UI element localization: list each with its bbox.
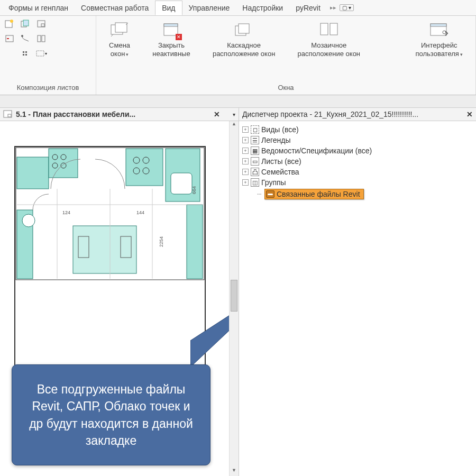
svg-rect-21 bbox=[321, 23, 328, 35]
tab-addins[interactable]: Надстройки bbox=[236, 1, 289, 15]
svg-rect-35 bbox=[187, 205, 203, 279]
matchline-icon[interactable] bbox=[35, 33, 48, 44]
svg-rect-20 bbox=[239, 24, 249, 33]
panel-windows: Сменаокон ✕ Закрытьнеактивные Каскадноер… bbox=[96, 16, 476, 95]
svg-rect-5 bbox=[41, 24, 44, 26]
tree-node-views[interactable]: +◻Виды (все) bbox=[241, 124, 474, 135]
revision-icon[interactable] bbox=[3, 33, 16, 44]
legend-icon: ☰ bbox=[251, 136, 259, 144]
view-pane: 5.1 - План расстановки мебели... ✕ ▾ bbox=[0, 108, 239, 476]
close-inactive-icon: ✕ bbox=[162, 20, 181, 39]
svg-rect-11 bbox=[25, 51, 27, 53]
duplicate-sheet-icon[interactable] bbox=[19, 18, 32, 30]
tab-forms[interactable]: Формы и генплан bbox=[2, 1, 75, 15]
expand-icon[interactable]: + bbox=[242, 137, 249, 143]
svg-point-7 bbox=[21, 35, 23, 37]
switch-windows-button[interactable]: Сменаокон bbox=[105, 19, 134, 60]
user-interface-button[interactable]: Интерфейспользователя bbox=[411, 19, 467, 60]
scroll-down-icon[interactable]: ▼ bbox=[230, 468, 239, 476]
view-tab-title[interactable]: 5.1 - План расстановки мебели... bbox=[16, 110, 135, 118]
svg-rect-24 bbox=[431, 24, 446, 26]
svg-rect-18 bbox=[164, 24, 178, 26]
scroll-thumb[interactable] bbox=[231, 280, 237, 312]
tree-node-revit-links[interactable]: ┄ Связанные файлы Revit bbox=[241, 188, 474, 200]
svg-rect-3 bbox=[23, 20, 29, 26]
view-tab-dropdown-icon[interactable]: ▾ bbox=[233, 112, 235, 117]
view-tab-header: 5.1 - План расстановки мебели... ✕ ▾ bbox=[0, 108, 239, 121]
panel-label-composition: Композиция листов bbox=[3, 82, 93, 93]
ui-settings-icon bbox=[429, 20, 448, 39]
new-sheet-icon[interactable] bbox=[3, 18, 16, 30]
svg-rect-33 bbox=[126, 149, 163, 186]
tile-windows-button[interactable]: Мозаичноерасположение окон bbox=[294, 19, 364, 60]
ribbon-scroll-icon[interactable]: ▸▸ bbox=[330, 4, 336, 11]
sheet-icon: ▭ bbox=[251, 157, 259, 166]
svg-text:144: 144 bbox=[136, 210, 144, 215]
family-icon: 凸 bbox=[251, 168, 259, 176]
annotation-callout: Все подгруженные файлы Revit, САПР, Обла… bbox=[12, 364, 210, 465]
close-browser-button[interactable]: ✕ bbox=[466, 110, 473, 118]
svg-point-36 bbox=[22, 214, 35, 227]
expand-icon[interactable]: + bbox=[242, 158, 249, 164]
svg-rect-8 bbox=[38, 35, 41, 42]
ribbon-panel: ▾ Композиция листов Сменаокон ✕ Закрытьн… bbox=[0, 16, 476, 95]
svg-rect-16 bbox=[115, 23, 127, 32]
tab-collab[interactable]: Совместная работа bbox=[75, 1, 155, 15]
project-browser-pane: Диспетчер проекта - 21_Кухня_2021_02_15!… bbox=[239, 108, 476, 476]
svg-rect-13 bbox=[25, 54, 27, 56]
ribbon-tabs: Формы и генплан Совместная работа Вид Уп… bbox=[0, 0, 476, 16]
scroll-up-icon[interactable]: ▲ bbox=[230, 121, 239, 130]
cascade-icon bbox=[234, 20, 253, 39]
expand-icon[interactable]: + bbox=[242, 169, 249, 175]
svg-rect-22 bbox=[330, 23, 337, 35]
project-browser-header: Диспетчер проекта - 21_Кухня_2021_02_15!… bbox=[239, 108, 476, 121]
svg-rect-14 bbox=[36, 51, 44, 56]
svg-rect-30 bbox=[17, 157, 49, 189]
panel-label-windows: Окна bbox=[99, 82, 472, 93]
tree-node-sheets[interactable]: +▭Листы (все) bbox=[241, 156, 474, 167]
expand-icon[interactable]: + bbox=[242, 148, 249, 154]
tab-view[interactable]: Вид bbox=[155, 1, 182, 15]
options-bar bbox=[0, 95, 476, 108]
group-icon: ◫ bbox=[251, 178, 259, 187]
svg-text:124: 124 bbox=[62, 210, 70, 215]
guide-grid-icon[interactable] bbox=[19, 33, 32, 44]
expand-icon[interactable]: + bbox=[242, 126, 249, 133]
drawing-area[interactable]: 124 144 2254 664 Все подгруженные файлы … bbox=[0, 121, 239, 476]
tree-node-groups[interactable]: +◫Группы bbox=[241, 177, 474, 188]
svg-rect-12 bbox=[23, 54, 24, 56]
switch-windows-icon bbox=[110, 20, 129, 39]
vertical-scrollbar[interactable]: ▲ ▼ bbox=[229, 121, 239, 476]
tree-node-legends[interactable]: +☰Легенды bbox=[241, 135, 474, 145]
svg-rect-10 bbox=[23, 51, 24, 53]
svg-text:664: 664 bbox=[191, 186, 197, 194]
close-view-button[interactable]: ✕ bbox=[214, 110, 220, 118]
tab-manage[interactable]: Управление bbox=[182, 1, 236, 15]
sheet-icon bbox=[3, 110, 13, 118]
cascade-windows-button[interactable]: Каскадноерасположение окон bbox=[208, 19, 279, 60]
svg-rect-45 bbox=[171, 173, 192, 194]
panel-sheet-composition: ▾ Композиция листов bbox=[0, 16, 96, 95]
view-reference-icon[interactable] bbox=[19, 48, 32, 59]
expand-icon[interactable]: + bbox=[242, 179, 249, 186]
svg-rect-9 bbox=[42, 35, 45, 42]
viewports-icon[interactable]: ▾ bbox=[35, 48, 48, 59]
tree-node-schedules[interactable]: +▦Ведомости/Спецификации (все) bbox=[241, 145, 474, 156]
project-browser-tree: +◻Виды (все) +☰Легенды +▦Ведомости/Специ… bbox=[239, 121, 476, 476]
svg-point-1 bbox=[10, 20, 13, 23]
link-icon bbox=[266, 190, 274, 198]
tab-pyrevit[interactable]: pyRevit bbox=[289, 1, 327, 15]
tree-node-families[interactable]: +凸Семейства bbox=[241, 167, 474, 177]
views-icon: ◻ bbox=[251, 125, 259, 134]
close-inactive-button[interactable]: ✕ Закрытьнеактивные bbox=[148, 19, 194, 60]
svg-rect-46 bbox=[73, 226, 136, 273]
title-block-icon[interactable] bbox=[35, 18, 48, 30]
tile-icon bbox=[319, 20, 338, 39]
workspace: 5.1 - План расстановки мебели... ✕ ▾ bbox=[0, 108, 476, 476]
ribbon-minimize-icon[interactable]: ▢ ▾ bbox=[340, 4, 354, 11]
svg-text:2254: 2254 bbox=[159, 236, 164, 247]
project-browser-title: Диспетчер проекта - 21_Кухня_2021_02_15!… bbox=[242, 110, 418, 118]
schedule-icon: ▦ bbox=[251, 147, 259, 155]
